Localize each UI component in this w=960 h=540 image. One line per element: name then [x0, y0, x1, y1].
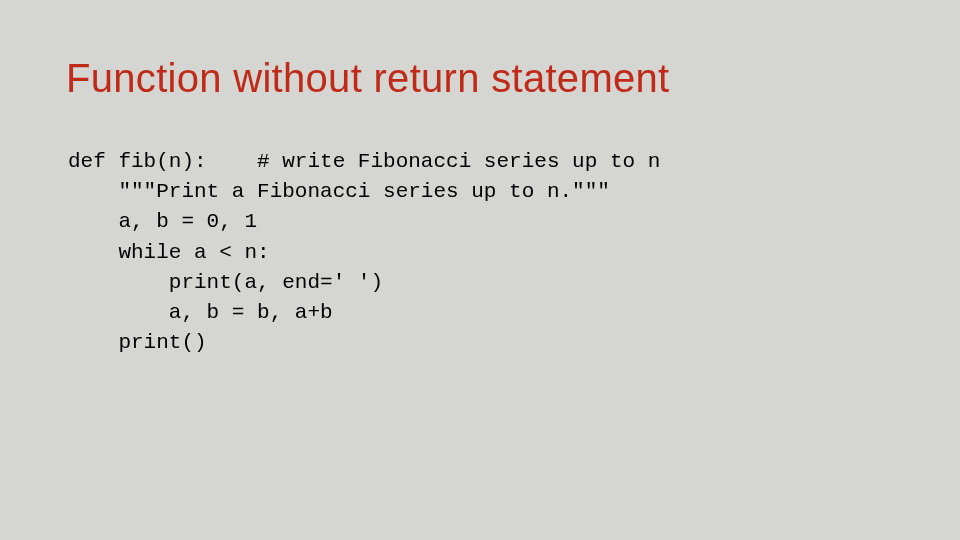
code-line-3: a, b = 0, 1 — [68, 210, 257, 233]
code-line-6: a, b = b, a+b — [68, 301, 333, 324]
slide: Function without return statement def fi… — [0, 0, 960, 540]
code-line-2: """Print a Fibonacci series up to n.""" — [68, 180, 610, 203]
code-line-7: print() — [68, 331, 207, 354]
code-line-5: print(a, end=' ') — [68, 271, 383, 294]
code-line-4: while a < n: — [68, 241, 270, 264]
code-line-1: def fib(n): # write Fibonacci series up … — [68, 150, 660, 173]
slide-title: Function without return statement — [66, 56, 960, 101]
code-block: def fib(n): # write Fibonacci series up … — [68, 147, 960, 359]
